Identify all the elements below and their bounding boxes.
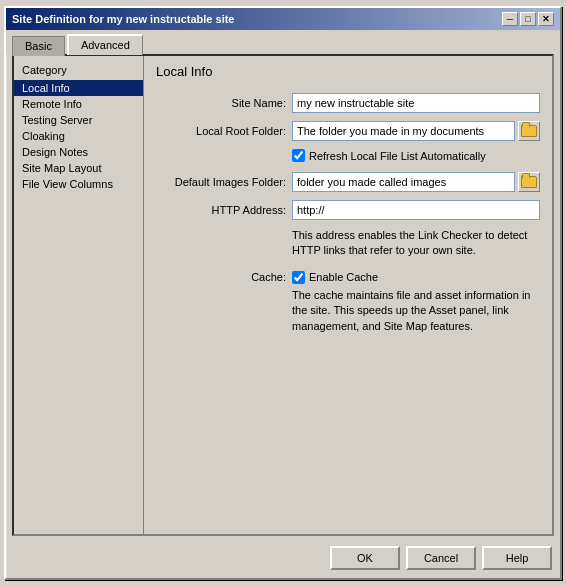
http-address-row: HTTP Address: bbox=[156, 200, 540, 220]
refresh-checkbox-row: Refresh Local File List Automatically bbox=[292, 149, 540, 162]
default-images-input[interactable] bbox=[292, 172, 515, 192]
tab-advanced-label: Advanced bbox=[81, 39, 130, 51]
cache-content: Enable Cache bbox=[292, 271, 378, 284]
local-root-label: Local Root Folder: bbox=[156, 125, 286, 137]
http-address-input[interactable] bbox=[292, 200, 540, 220]
window-title: Site Definition for my new instructable … bbox=[12, 13, 234, 25]
sidebar-item-cloaking[interactable]: Cloaking bbox=[14, 128, 143, 144]
sidebar-item-site-map-layout[interactable]: Site Map Layout bbox=[14, 160, 143, 176]
cache-checkbox[interactable] bbox=[292, 271, 305, 284]
main-content: Category Local Info Remote Info Testing … bbox=[12, 54, 554, 536]
minimize-button[interactable]: ─ bbox=[502, 12, 518, 26]
maximize-button[interactable]: □ bbox=[520, 12, 536, 26]
title-bar: Site Definition for my new instructable … bbox=[6, 8, 560, 30]
section-title: Local Info bbox=[156, 64, 540, 79]
sidebar-item-local-info[interactable]: Local Info bbox=[14, 80, 143, 96]
default-images-folder-button[interactable] bbox=[518, 172, 540, 192]
http-address-label: HTTP Address: bbox=[156, 204, 286, 216]
sidebar-item-file-view-columns[interactable]: File View Columns bbox=[14, 176, 143, 192]
local-root-folder-button[interactable] bbox=[518, 121, 540, 141]
refresh-checkbox-label: Refresh Local File List Automatically bbox=[309, 150, 486, 162]
title-bar-buttons: ─ □ ✕ bbox=[502, 12, 554, 26]
cancel-button[interactable]: Cancel bbox=[406, 546, 476, 570]
local-root-row: Local Root Folder: bbox=[156, 121, 540, 141]
refresh-checkbox[interactable] bbox=[292, 149, 305, 162]
sidebar-item-remote-info[interactable]: Remote Info bbox=[14, 96, 143, 112]
sidebar-header: Category bbox=[14, 60, 143, 80]
tabs-container: Basic Advanced bbox=[6, 30, 560, 54]
cache-row: Cache: Enable Cache bbox=[156, 271, 540, 284]
tab-basic[interactable]: Basic bbox=[12, 36, 65, 56]
site-name-row: Site Name: bbox=[156, 93, 540, 113]
main-window: Site Definition for my new instructable … bbox=[4, 6, 562, 580]
folder-icon-2 bbox=[521, 176, 537, 188]
local-root-input[interactable] bbox=[292, 121, 515, 141]
folder-icon bbox=[521, 125, 537, 137]
http-description: This address enables the Link Checker to… bbox=[292, 228, 540, 259]
close-button[interactable]: ✕ bbox=[538, 12, 554, 26]
default-images-label: Default Images Folder: bbox=[156, 176, 286, 188]
cache-label: Cache: bbox=[156, 271, 286, 283]
sidebar: Category Local Info Remote Info Testing … bbox=[14, 56, 144, 534]
ok-button[interactable]: OK bbox=[330, 546, 400, 570]
tab-basic-label: Basic bbox=[25, 40, 52, 52]
tab-advanced[interactable]: Advanced bbox=[67, 34, 143, 55]
help-button[interactable]: Help bbox=[482, 546, 552, 570]
sidebar-item-testing-server[interactable]: Testing Server bbox=[14, 112, 143, 128]
cache-checkbox-label: Enable Cache bbox=[309, 271, 378, 283]
cache-description: The cache maintains file and asset infor… bbox=[292, 288, 540, 334]
footer: OK Cancel Help bbox=[6, 542, 560, 578]
default-images-row: Default Images Folder: bbox=[156, 172, 540, 192]
content-area: Local Info Site Name: Local Root Folder:… bbox=[144, 56, 552, 534]
sidebar-item-design-notes[interactable]: Design Notes bbox=[14, 144, 143, 160]
site-name-input[interactable] bbox=[292, 93, 540, 113]
site-name-label: Site Name: bbox=[156, 97, 286, 109]
